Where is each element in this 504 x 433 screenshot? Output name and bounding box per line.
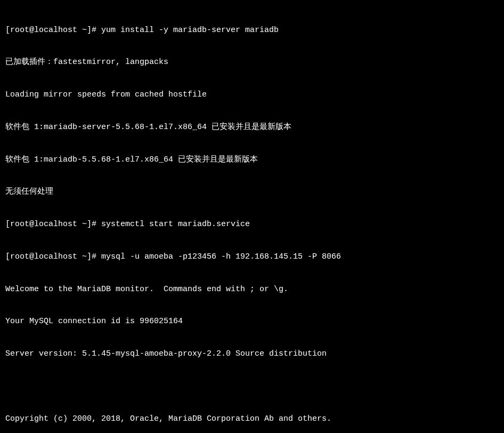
terminal-line: Copyright (c) 2000, 2018, Oracle, MariaD… <box>5 414 499 424</box>
terminal-line: 软件包 1:mariadb-server-5.5.68-1.el7.x86_64… <box>5 122 499 133</box>
terminal-line: [root@localhost ~]# mysql -u amoeba -p12… <box>5 252 499 262</box>
terminal-line: Your MySQL connection id is 996025164 <box>5 316 499 327</box>
terminal-line: Loading mirror speeds from cached hostfi… <box>5 90 499 100</box>
terminal-line: 软件包 1:mariadb-5.5.68-1.el7.x86_64 已安装并且是… <box>5 155 499 165</box>
terminal-line: 无须任何处理 <box>5 187 499 197</box>
terminal-line: Welcome to the MariaDB monitor. Commands… <box>5 284 499 295</box>
terminal-line <box>5 381 499 392</box>
terminal-line: Server version: 5.1.45-mysql-amoeba-prox… <box>5 349 499 359</box>
terminal-output[interactable]: [root@localhost ~]# yum install -y maria… <box>0 0 504 433</box>
terminal-line: 已加载插件：fastestmirror, langpacks <box>5 57 499 68</box>
terminal-line: [root@localhost ~]# systemctl start mari… <box>5 219 499 230</box>
terminal-line: [root@localhost ~]# yum install -y maria… <box>5 25 499 36</box>
